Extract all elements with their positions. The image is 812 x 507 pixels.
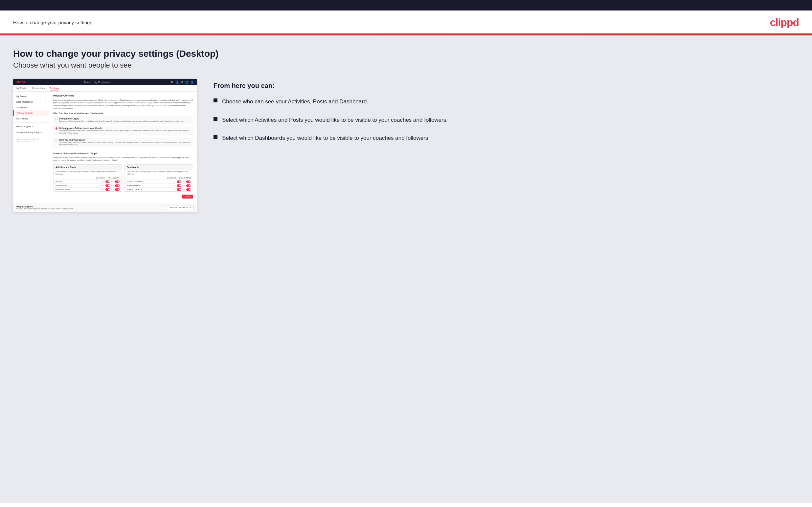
footer: Copyright Clippd 2022 xyxy=(0,503,812,507)
toggle-player-dashboard: Player Dashboard ON ON xyxy=(125,179,193,183)
activities-desc: Select the types of activity that you'd … xyxy=(54,170,121,176)
list-item: Select which Activities and Posts you wo… xyxy=(213,116,799,124)
radio-everyone-input[interactable] xyxy=(55,118,57,120)
show-hide-title: Show or hide specific features in Clippd xyxy=(53,152,193,155)
mini-nav-links: Home My Performance xyxy=(85,81,111,83)
bullet-list: Choose who can see your Activities, Post… xyxy=(213,98,799,143)
work-coaches-toggle[interactable] xyxy=(177,188,181,191)
radio-only-you-input[interactable] xyxy=(55,139,57,142)
dashboards-header: Dashboards xyxy=(125,165,193,170)
mini-body: My Account › Data Integrations › Subscri… xyxy=(13,92,197,203)
top-bar xyxy=(0,0,812,10)
privacy-controls-title: Privacy Controls xyxy=(53,94,193,97)
from-here-title: From here you can: xyxy=(213,82,799,90)
activities-columns: COACHES FOLLOWERS xyxy=(54,176,121,179)
toggle-what-to-work-on: What To Work On ON ON xyxy=(125,187,193,191)
mini-main-content: Privacy Controls Control how you and you… xyxy=(49,92,197,203)
activities-section: Activities and Posts Select the types of… xyxy=(53,164,122,192)
save-row: Save xyxy=(53,193,193,200)
show-hide-description: Regardless of the privacy controls that … xyxy=(53,156,193,162)
chevron-icon: › xyxy=(45,107,46,109)
chevron-icon: › xyxy=(45,118,46,120)
gear-icon: ⚙ xyxy=(181,81,183,84)
help-description: Visit our Clippd community to troublesho… xyxy=(16,208,73,210)
toggles-row: Activities and Posts Select the types of… xyxy=(53,164,193,192)
tab-my-profile[interactable]: My Profile xyxy=(16,87,27,91)
radio-group: Everyone on Clippd Everyone on Clippd ca… xyxy=(53,116,193,147)
privacy-controls-description: Control how you and your data appears to… xyxy=(53,99,193,110)
save-button[interactable]: Save xyxy=(182,194,193,199)
mini-tabs: My Profile Connections Settings xyxy=(13,85,197,92)
mini-nav-performance: My Performance xyxy=(94,81,111,83)
bullet-icon xyxy=(213,117,217,121)
chevron-icon: › xyxy=(45,101,46,103)
bullet-text-2: Select which Activities and Posts you wo… xyxy=(222,116,448,124)
radio-everyone[interactable]: Everyone on Clippd Everyone on Clippd ca… xyxy=(53,116,193,124)
manual-followers-toggle[interactable] xyxy=(115,188,119,191)
rounds-coaches-toggle[interactable] xyxy=(105,180,110,183)
insights-followers-toggle[interactable] xyxy=(186,184,191,187)
radio-only-you[interactable]: Only You and Your Coach Only you and the… xyxy=(53,137,193,147)
dashboards-section: Dashboards Select the types of activity … xyxy=(124,164,193,192)
bullet-text-1: Choose who can see your Activities, Post… xyxy=(222,98,368,106)
sidebar-item-subscription[interactable]: Subscription › xyxy=(13,105,49,110)
avatar-icon: 👤 xyxy=(191,81,194,84)
page-title: How to change your privacy settings (Des… xyxy=(13,49,799,59)
user-icon: 👤 xyxy=(176,81,179,84)
mini-nav-icons: 🔍 👤 ⚙ 🌐 👤 xyxy=(170,81,194,84)
sidebar-item-golf-bag[interactable]: My Golf Bag › xyxy=(13,116,49,121)
sidebar-item-privacy-controls[interactable]: Privacy Controls › xyxy=(13,110,49,116)
chevron-icon: › xyxy=(45,112,46,114)
rounds-followers-toggle[interactable] xyxy=(115,180,119,183)
drills-coaches-toggle[interactable] xyxy=(105,184,110,187)
toggle-round-insights: Round Insights ON ON xyxy=(125,183,193,187)
dashboards-desc: Select the types of activity that you'd … xyxy=(125,170,193,176)
radio-approved-followers[interactable]: Only Approved Followers and Your Coach O… xyxy=(53,126,193,135)
mini-sidebar: My Account › Data Integrations › Subscri… xyxy=(13,92,49,203)
toggle-practice-drills: Practice Drills ON ON xyxy=(54,183,121,187)
page-subtitle: Choose what you want people to see xyxy=(13,61,799,69)
globe-icon: 🌐 xyxy=(185,81,189,84)
who-can-see-title: Who Can See Your Activities and Dashboar… xyxy=(53,112,193,115)
visit-community-button[interactable]: Visit Our Community ↗ xyxy=(167,205,194,210)
sidebar-divider xyxy=(13,122,49,123)
manual-coaches-toggle[interactable] xyxy=(105,188,110,191)
right-column: From here you can: Choose who can see yo… xyxy=(213,79,799,152)
list-item: Select which Dashboards you would like t… xyxy=(213,134,799,143)
drills-followers-toggle[interactable] xyxy=(115,184,119,187)
logo: clippd xyxy=(770,16,799,29)
tab-settings[interactable]: Settings xyxy=(50,87,59,91)
version-info: Clippd Client Version: 2022.8.2SQL Serve… xyxy=(13,135,49,146)
bullet-icon xyxy=(213,135,217,139)
player-followers-toggle[interactable] xyxy=(186,180,191,183)
mini-navbar: clippd Home My Performance 🔍 👤 ⚙ 🌐 👤 xyxy=(13,79,197,85)
header-title: How to change your privacy settings xyxy=(13,20,92,25)
sidebar-item-help[interactable]: Help & Support ↗ xyxy=(13,124,49,130)
player-coaches-toggle[interactable] xyxy=(177,180,181,183)
mini-logo: clippd xyxy=(16,80,25,84)
main-content: How to change your privacy settings (Des… xyxy=(0,36,812,503)
tab-connections[interactable]: Connections xyxy=(32,87,45,91)
toggle-manual-activities: Manual Activities ON ON xyxy=(54,187,121,191)
header: How to change your privacy settings clip… xyxy=(0,10,812,34)
activities-header: Activities and Posts xyxy=(54,165,121,170)
sidebar-item-data-integrations[interactable]: Data Integrations › xyxy=(13,99,49,105)
bullet-icon xyxy=(213,99,217,102)
mini-help-section: Help & Support Visit our Clippd communit… xyxy=(13,203,197,212)
mini-nav-home: Home xyxy=(85,81,91,83)
help-title: Help & Support xyxy=(16,206,73,208)
work-followers-toggle[interactable] xyxy=(186,188,191,191)
page-heading: How to change your privacy settings (Des… xyxy=(13,49,799,69)
screenshot-panel: clippd Home My Performance 🔍 👤 ⚙ 🌐 👤 My … xyxy=(13,79,197,212)
search-icon: 🔍 xyxy=(170,81,174,84)
insights-coaches-toggle[interactable] xyxy=(177,184,181,187)
list-item: Choose who can see your Activities, Post… xyxy=(213,98,799,106)
chevron-icon: › xyxy=(45,96,46,98)
sidebar-item-privacy-policy[interactable]: Service & Privacy Policy ↗ xyxy=(13,130,49,135)
sidebar-item-my-account[interactable]: My Account › xyxy=(13,94,49,99)
toggle-rounds: Rounds ON ON xyxy=(54,179,121,183)
show-hide-section: Show or hide specific features in Clippd… xyxy=(53,150,193,200)
radio-approved-followers-input[interactable] xyxy=(55,127,57,130)
external-link-icon: ↗ xyxy=(189,207,191,209)
bullet-text-3: Select which Dashboards you would like t… xyxy=(222,134,429,143)
